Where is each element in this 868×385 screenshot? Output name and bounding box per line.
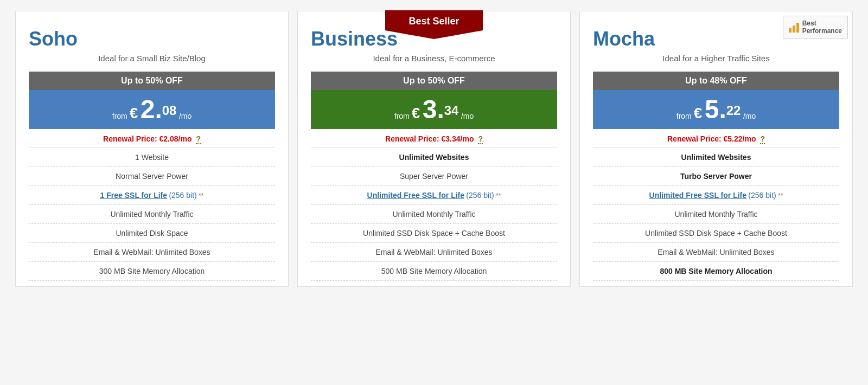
renewal-question[interactable]: ? bbox=[478, 134, 483, 144]
feature-text: Email & WebMail: Unlimited Boxes bbox=[93, 248, 210, 256]
feature-row: Email & WebMail: Unlimited Boxes bbox=[311, 243, 557, 262]
ssl-link[interactable]: Unlimited Free SSL for Life bbox=[367, 191, 464, 200]
feature-text: Unlimited Websites bbox=[681, 153, 751, 162]
feature-text: Email & WebMail: Unlimited Boxes bbox=[658, 248, 774, 256]
feature-text: Email & WebMail: Unlimited Boxes bbox=[375, 248, 492, 256]
renewal-price: Renewal Price: €5.22/mo ? bbox=[593, 129, 839, 148]
price-mo: /mo bbox=[179, 112, 192, 120]
price-amount: 5. bbox=[705, 95, 726, 124]
price-from: from bbox=[394, 112, 412, 120]
plans-container: Soho Ideal for a Small Biz Site/Blog Up … bbox=[11, 11, 857, 287]
feature-row: Unlimited SSD Disk Space + Cache Boost bbox=[311, 224, 557, 243]
ssl-link[interactable]: Unlimited Free SSL for Life bbox=[649, 191, 746, 200]
bit-text: (256 bit) bbox=[748, 191, 776, 200]
feature-text: 1 Website bbox=[135, 153, 169, 162]
discount-box: Up to 50% OFF bbox=[29, 72, 275, 90]
bit-text: (256 bit) bbox=[466, 191, 494, 200]
feature-text: Unlimited Monthly Traffic bbox=[392, 210, 475, 219]
plan-title: Soho bbox=[29, 28, 275, 50]
feature-row: Turbo Server Power bbox=[593, 167, 839, 186]
feature-text: Normal Server Power bbox=[116, 172, 188, 181]
plan-card-inner: Soho Ideal for a Small Biz Site/Blog Up … bbox=[16, 11, 288, 286]
feature-row: Unlimited Monthly Traffic bbox=[311, 205, 557, 224]
feature-ssl: Unlimited Free SSL for Life (256 bit) ** bbox=[311, 186, 557, 205]
feature-text: Turbo Server Power bbox=[680, 172, 752, 181]
feature-row: Email & WebMail: Unlimited Boxes bbox=[29, 243, 275, 262]
plan-subtitle: Ideal for a Higher Traffic Sites bbox=[593, 54, 839, 63]
feature-row: Normal Server Power bbox=[29, 167, 275, 186]
feature-text: Unlimited Monthly Traffic bbox=[674, 210, 757, 219]
renewal-question[interactable]: ? bbox=[196, 134, 201, 144]
feature-text: Unlimited SSD Disk Space + Cache Boost bbox=[645, 229, 787, 238]
discount-box: Up to 50% OFF bbox=[311, 72, 557, 90]
price-mo: /mo bbox=[461, 112, 474, 120]
price-decimal: 34 bbox=[444, 103, 459, 118]
feature-row: Unlimited SSD Disk Space + Cache Boost bbox=[593, 224, 839, 243]
note-text: ** bbox=[494, 192, 501, 200]
feature-row: Unlimited Monthly Traffic bbox=[593, 205, 839, 224]
plan-card-inner: Business Ideal for a Business, E-commerc… bbox=[298, 11, 570, 286]
feature-text: 500 MB Site Memory Allocation bbox=[381, 267, 487, 275]
feature-ssl: Unlimited Free SSL for Life (256 bit) ** bbox=[593, 186, 839, 205]
price-from: from bbox=[676, 112, 694, 120]
price-decimal: 22 bbox=[726, 103, 741, 118]
renewal-price: Renewal Price: €3.34/mo ? bbox=[311, 129, 557, 148]
discount-box: Up to 48% OFF bbox=[593, 72, 839, 90]
plan-card-inner: Mocha Ideal for a Higher Traffic Sites U… bbox=[580, 11, 852, 286]
plan-card-business: Best Seller Business Ideal for a Busines… bbox=[297, 11, 571, 287]
bar-chart-icon bbox=[789, 22, 799, 33]
feature-text: Unlimited SSD Disk Space + Cache Boost bbox=[363, 229, 505, 238]
price-from: from bbox=[112, 112, 130, 120]
plan-card-mocha: BestPerformance Mocha Ideal for a Higher… bbox=[579, 11, 853, 287]
plan-subtitle: Ideal for a Business, E-commerce bbox=[311, 54, 557, 63]
feature-row: 300 MB Site Memory Allocation bbox=[29, 262, 275, 281]
bit-text: (256 bit) bbox=[169, 191, 196, 200]
price-currency: € bbox=[694, 105, 703, 121]
feature-text: Super Server Power bbox=[400, 172, 468, 181]
feature-row: Unlimited Monthly Traffic bbox=[29, 205, 275, 224]
renewal-question[interactable]: ? bbox=[760, 134, 765, 144]
best-performance-label: BestPerformance bbox=[802, 20, 842, 35]
feature-row: 500 MB Site Memory Allocation bbox=[311, 262, 557, 281]
ssl-link[interactable]: 1 Free SSL for Life bbox=[100, 191, 167, 200]
price-amount: 2. bbox=[141, 95, 162, 124]
feature-text: Unlimited Disk Space bbox=[116, 229, 188, 238]
price-currency: € bbox=[412, 105, 420, 121]
price-box: from € 3.34 /mo bbox=[311, 90, 557, 129]
feature-row: Unlimited Websites bbox=[593, 148, 839, 167]
price-mo: /mo bbox=[743, 112, 756, 120]
price-decimal: 08 bbox=[162, 103, 177, 118]
feature-text: 800 MB Site Memory Allocation bbox=[660, 267, 772, 275]
feature-row: Email & WebMail: Unlimited Boxes bbox=[593, 243, 839, 262]
plan-card-soho: Soho Ideal for a Small Biz Site/Blog Up … bbox=[15, 11, 289, 287]
feature-row: Unlimited Disk Space bbox=[29, 224, 275, 243]
feature-row: Unlimited Websites bbox=[311, 148, 557, 167]
price-box: from € 5.22 /mo bbox=[593, 90, 839, 129]
price-box: from € 2.08 /mo bbox=[29, 90, 275, 129]
feature-text: 300 MB Site Memory Allocation bbox=[99, 267, 205, 275]
feature-row: 800 MB Site Memory Allocation bbox=[593, 262, 839, 281]
feature-row: 1 Website bbox=[29, 148, 275, 167]
feature-row: Super Server Power bbox=[311, 167, 557, 186]
renewal-price: Renewal Price: €2.08/mo ? bbox=[29, 129, 275, 148]
note-text: ** bbox=[197, 192, 204, 200]
note-text: ** bbox=[776, 192, 783, 200]
plan-subtitle: Ideal for a Small Biz Site/Blog bbox=[29, 54, 275, 63]
feature-text: Unlimited Websites bbox=[399, 153, 469, 162]
best-performance-badge: BestPerformance bbox=[783, 16, 848, 39]
feature-ssl: 1 Free SSL for Life (256 bit) ** bbox=[29, 186, 275, 205]
price-currency: € bbox=[130, 105, 138, 121]
price-amount: 3. bbox=[423, 95, 444, 124]
feature-text: Unlimited Monthly Traffic bbox=[110, 210, 193, 219]
